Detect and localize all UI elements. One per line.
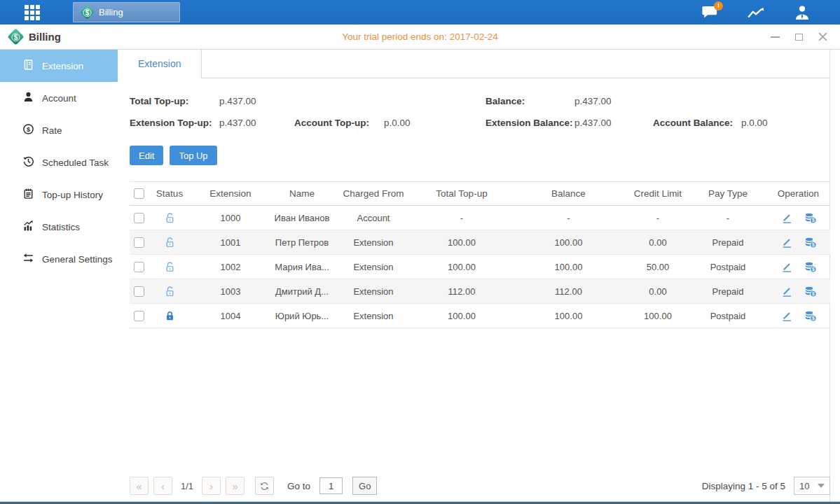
table-header-row: StatusExtensionNameCharged FromTotal Top… — [130, 182, 830, 206]
topup-coins-icon[interactable]: $ — [804, 310, 817, 322]
tab-bar: Extension — [118, 50, 829, 78]
select-all-checkbox[interactable] — [134, 188, 144, 199]
refresh-button[interactable] — [255, 477, 274, 495]
goto-page-input[interactable] — [319, 477, 343, 494]
sidebar-item-account[interactable]: Account — [0, 82, 118, 114]
account-balance-label: Account Balance: — [653, 118, 741, 128]
sidebar-item-top-up-history[interactable]: Top-up History — [0, 178, 118, 211]
extension-topup-label: Extension Top-up: — [130, 118, 219, 128]
svg-text:$: $ — [812, 242, 815, 248]
last-page-icon: » — [232, 480, 237, 492]
go-button[interactable]: Go — [352, 477, 377, 495]
row-checkbox[interactable] — [134, 237, 144, 248]
page-size-select[interactable]: 10 — [794, 477, 830, 495]
topup-coins-icon[interactable]: $ — [804, 261, 817, 273]
account-topup-label: Account Top-up: — [294, 118, 384, 128]
first-page-button[interactable]: « — [130, 477, 149, 495]
chevron-down-icon — [818, 484, 825, 488]
next-page-button[interactable]: › — [202, 477, 221, 495]
minimize-icon[interactable] — [770, 32, 780, 42]
row-checkbox[interactable] — [134, 213, 144, 223]
column-header: Balance — [511, 182, 626, 206]
cell-extension: 1004 — [191, 304, 270, 328]
taskbar-tab-billing[interactable]: $ Billing — [73, 2, 180, 22]
topup-button[interactable]: Top Up — [170, 146, 216, 165]
extension-icon — [22, 59, 34, 73]
displaying-text: Displaying 1 - 5 of 5 — [702, 481, 785, 491]
column-header: Pay Type — [689, 182, 766, 206]
titlebar: $ Billing Your trial period ends on: 201… — [0, 24, 840, 50]
prev-page-button[interactable]: ‹ — [153, 477, 172, 495]
topbar: $ Billing ! — [0, 0, 840, 24]
sidebar-item-label: Statistics — [42, 222, 80, 232]
cell-credit-limit: 100.00 — [626, 304, 689, 328]
cell-charged-from: Extension — [334, 255, 413, 279]
sidebar-item-rate[interactable]: $Rate — [0, 114, 118, 146]
chart-icon[interactable] — [746, 4, 766, 21]
cell-name: Мария Ива... — [270, 255, 334, 279]
goto-label: Go to — [287, 481, 310, 491]
account-balance-value: p.0.00 — [741, 118, 768, 128]
table-row: 1004Юрий Юрь...Extension100.00100.00100.… — [130, 304, 830, 328]
cell-balance: 100.00 — [511, 304, 626, 328]
edit-pencil-icon[interactable] — [780, 286, 793, 298]
svg-text:$: $ — [812, 267, 815, 272]
sidebar-item-scheduled-task[interactable]: Scheduled Task — [0, 146, 118, 178]
close-icon[interactable] — [818, 32, 827, 42]
extension-balance-value: p.437.00 — [574, 118, 653, 128]
trial-message: Your trial period ends on: 2017-02-24 — [0, 31, 840, 42]
cell-extension: 1003 — [191, 279, 270, 304]
edit-pencil-icon[interactable] — [780, 212, 793, 224]
cell-charged-from: Extension — [334, 230, 413, 255]
sidebar-item-extension[interactable]: Extension — [0, 50, 118, 82]
table-body: 1000Иван ИвановAccount----$1001Петр Петр… — [130, 206, 830, 328]
svg-text:$: $ — [27, 126, 30, 133]
sidebar-item-statistics[interactable]: Statistics — [0, 211, 118, 243]
first-page-icon: « — [136, 480, 142, 492]
topup-history-icon — [22, 188, 34, 202]
edit-pencil-icon[interactable] — [780, 310, 793, 322]
billing-app-icon: $ — [80, 5, 95, 20]
column-header: Name — [270, 182, 334, 206]
lock-open-icon — [164, 211, 176, 222]
billing-title-icon: $ — [7, 28, 24, 45]
topup-coins-icon[interactable]: $ — [804, 286, 817, 298]
edit-pencil-icon[interactable] — [780, 237, 793, 248]
cell-pay-type: Postpaid — [689, 304, 766, 328]
lock-open-icon — [164, 236, 176, 246]
last-page-button[interactable]: » — [226, 477, 245, 495]
user-icon[interactable] — [792, 4, 812, 21]
page-indicator: 1/1 — [181, 481, 193, 491]
cell-total-topup: - — [413, 206, 511, 230]
sidebar-item-general-settings[interactable]: General Settings — [0, 243, 118, 275]
cell-charged-from: Extension — [334, 304, 413, 328]
window-bottom-edge — [0, 501, 840, 504]
next-page-icon: › — [209, 480, 213, 492]
lock-open-icon — [164, 260, 176, 271]
row-checkbox[interactable] — [134, 286, 144, 297]
tab-extension-label: Extension — [138, 58, 181, 69]
maximize-icon[interactable] — [794, 32, 804, 42]
edit-pencil-icon[interactable] — [780, 261, 793, 273]
row-checkbox[interactable] — [134, 262, 144, 272]
tab-extension[interactable]: Extension — [118, 50, 202, 78]
table-row: 1003Дмитрий Д...Extension112.00112.000.0… — [130, 279, 830, 304]
row-checkbox[interactable] — [134, 311, 144, 321]
topup-coins-icon[interactable]: $ — [804, 237, 817, 248]
column-header: Extension — [191, 182, 270, 206]
column-header: Total Top-up — [413, 182, 511, 206]
window-title: Billing — [29, 31, 61, 43]
app-launcher-icon[interactable] — [25, 5, 40, 20]
cell-extension: 1002 — [191, 255, 270, 279]
chat-icon[interactable]: ! — [700, 4, 719, 21]
table-row: 1000Иван ИвановAccount----$ — [130, 206, 830, 230]
table-row: 1001Петр ПетровExtension100.00100.000.00… — [130, 230, 830, 255]
cell-total-topup: 112.00 — [413, 279, 511, 304]
edit-button[interactable]: Edit — [130, 146, 163, 165]
svg-text:$: $ — [812, 316, 815, 321]
cell-charged-from: Account — [334, 206, 413, 230]
sidebar-item-label: Scheduled Task — [42, 158, 109, 168]
account-topup-value: p.0.00 — [384, 118, 411, 128]
topup-coins-icon[interactable]: $ — [804, 212, 817, 224]
account-icon — [22, 91, 34, 105]
